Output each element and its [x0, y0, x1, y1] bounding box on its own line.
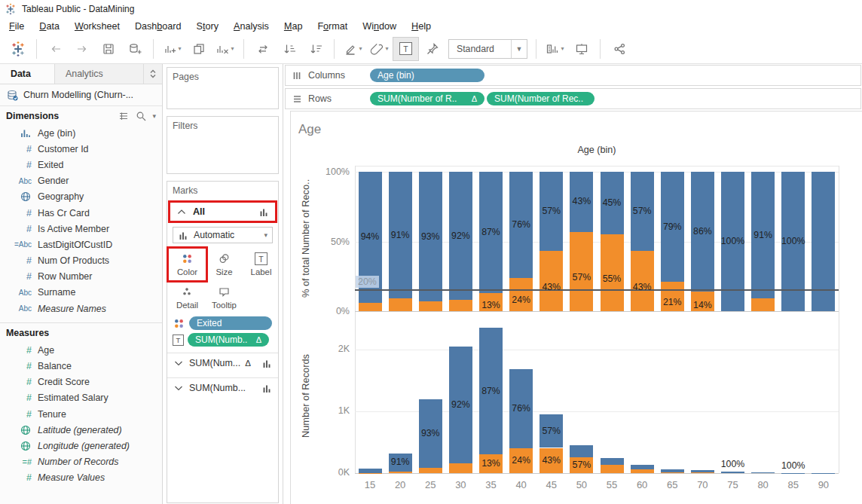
- marks-all-row[interactable]: All: [170, 203, 275, 221]
- tooltip-button[interactable]: Tooltip: [206, 282, 243, 313]
- field-is-active-member[interactable]: #Is Active Member: [0, 221, 162, 237]
- dropdown-caret-icon[interactable]: ▼: [511, 40, 527, 58]
- view-as-list-icon[interactable]: [118, 110, 130, 122]
- field-tenure[interactable]: #Tenure: [0, 406, 162, 422]
- new-worksheet-button[interactable]: ▾: [159, 37, 185, 61]
- filters-shelf[interactable]: Filters: [167, 116, 279, 174]
- pill-sum-numb-[interactable]: SUM(Numb..Δ: [188, 333, 269, 347]
- bar-pct-exited-15[interactable]: [359, 303, 382, 311]
- rows-shelf[interactable]: Rows SUM(Number of R..ΔSUM(Number of Rec…: [285, 88, 861, 109]
- search-icon[interactable]: [135, 110, 147, 122]
- presentation-mode-button[interactable]: [568, 37, 595, 61]
- pill-sum-number-of-r-[interactable]: SUM(Number of R..Δ: [370, 92, 484, 105]
- bar-rec-exited-30[interactable]: [449, 463, 472, 473]
- menu-story[interactable]: Story: [189, 20, 226, 33]
- share-button[interactable]: [606, 37, 632, 61]
- field-number-of-records[interactable]: =#Number of Records: [0, 454, 162, 470]
- menu-dashboard[interactable]: Dashboard: [127, 20, 189, 33]
- menu-format[interactable]: Format: [310, 20, 355, 33]
- menu-window[interactable]: Window: [355, 20, 404, 33]
- bar-rec-notexited-80[interactable]: [751, 472, 775, 473]
- menu-worksheet[interactable]: Worksheet: [67, 20, 127, 33]
- label-button[interactable]: TLabel: [243, 249, 280, 280]
- field-label: Longitude (generated): [38, 441, 130, 451]
- field-balance[interactable]: #Balance: [0, 358, 162, 374]
- clear-sheet-button[interactable]: ▾: [212, 37, 238, 61]
- columns-shelf[interactable]: Columns Age (bin): [285, 65, 861, 86]
- pill-exited[interactable]: Exited: [189, 316, 272, 330]
- field-exited[interactable]: #Exited: [0, 157, 162, 173]
- marks-collapsed-cards: SUM(Num...Δ SUM(Numb...: [167, 353, 278, 398]
- menu-file[interactable]: File: [2, 20, 32, 33]
- redo-button[interactable]: [69, 37, 95, 61]
- bar-rec-exited-15[interactable]: [359, 473, 382, 474]
- field-longitude-generated-[interactable]: Longitude (generated): [0, 438, 162, 454]
- bar-pct-exited-80[interactable]: [751, 298, 775, 311]
- bar-rec-notexited-90[interactable]: [812, 473, 835, 474]
- bar-rec-exited-55[interactable]: [601, 465, 624, 473]
- bar-rec-notexited-55[interactable]: [601, 458, 624, 465]
- field-latitude-generated-[interactable]: Latitude (generated): [0, 422, 162, 438]
- color-legend-icon[interactable]: [173, 317, 185, 330]
- bar-rec-notexited-75[interactable]: [721, 472, 744, 473]
- color-button[interactable]: Color: [169, 249, 206, 280]
- field-lastdigitofcustid[interactable]: =AbcLastDigitOfCustID: [0, 237, 162, 252]
- tab-data[interactable]: Data: [0, 64, 54, 84]
- field-gender[interactable]: AbcGender: [0, 173, 162, 189]
- bar-pct-exited-20[interactable]: [389, 298, 412, 311]
- bar-rec-exited-65[interactable]: [661, 472, 684, 473]
- mark-type-dropdown[interactable]: Automatic ▾: [173, 227, 273, 243]
- field-age[interactable]: #Age: [0, 342, 162, 358]
- datasource-item[interactable]: Churn Modelling (Churn-...: [0, 84, 162, 106]
- field-measure-names[interactable]: AbcMeasure Names: [0, 301, 162, 316]
- pages-shelf[interactable]: Pages: [167, 67, 279, 109]
- field-customer-id[interactable]: #Customer Id: [0, 141, 162, 157]
- field-measure-values[interactable]: #Measure Values: [0, 470, 162, 486]
- field-surname[interactable]: AbcSurname: [0, 285, 162, 301]
- plot-left-axis: [355, 166, 356, 473]
- tableau-logo-button[interactable]: [5, 37, 31, 61]
- field-geography[interactable]: Geography: [0, 189, 162, 205]
- bar-pct-exited-30[interactable]: [449, 300, 472, 311]
- bar-rec-notexited-50[interactable]: [570, 445, 593, 457]
- marks-card-collapsed-sum-num-[interactable]: SUM(Num...Δ: [167, 353, 278, 373]
- menu-analysis[interactable]: Analysis: [226, 20, 277, 33]
- field-age-bin-[interactable]: Age (bin): [0, 125, 162, 141]
- duplicate-sheet-button[interactable]: [185, 37, 212, 61]
- tab-analytics[interactable]: Analytics: [54, 64, 143, 84]
- menu-map[interactable]: Map: [277, 20, 310, 33]
- paperclip-button[interactable]: ▾: [366, 37, 393, 61]
- field-row-number[interactable]: #Row Number: [0, 269, 162, 285]
- pill-sum-number-of-rec-[interactable]: SUM(Number of Rec..: [487, 92, 595, 105]
- add-data-source-button[interactable]: [121, 37, 148, 61]
- field-num-of-products[interactable]: #Num Of Products: [0, 253, 162, 269]
- swap-side-panes-icon[interactable]: [143, 64, 162, 84]
- bar-rec-exited-25[interactable]: [419, 468, 442, 473]
- fix-axes-button[interactable]: [419, 37, 445, 61]
- bar-rec-exited-60[interactable]: [631, 469, 654, 473]
- show-mark-labels-button[interactable]: T: [393, 37, 419, 61]
- bar-rec-notexited-85[interactable]: [781, 473, 805, 474]
- pill-age-bin-[interactable]: Age (bin): [370, 69, 484, 82]
- sort-ascending-button[interactable]: [276, 37, 302, 61]
- bar-pct-exited-25[interactable]: [419, 301, 442, 311]
- dimensions-menu-caret[interactable]: ▾: [152, 112, 156, 120]
- highlight-button[interactable]: ▾: [340, 37, 366, 61]
- size-button[interactable]: Size: [206, 249, 243, 280]
- bar-rec-exited-70[interactable]: [691, 472, 714, 473]
- label-icon[interactable]: T: [173, 334, 184, 346]
- menu-data[interactable]: Data: [32, 20, 67, 33]
- marks-card-collapsed-sum-numb-[interactable]: SUM(Numb...: [167, 377, 278, 398]
- undo-button[interactable]: [42, 37, 69, 61]
- field-has-cr-card[interactable]: #Has Cr Card: [0, 205, 162, 221]
- save-button[interactable]: [95, 37, 121, 61]
- bar-rec-exited-20[interactable]: [389, 472, 412, 473]
- fit-selector-button[interactable]: ▾: [542, 37, 568, 61]
- swap-rows-columns-button[interactable]: [249, 37, 276, 61]
- field-credit-score[interactable]: #Credit Score: [0, 374, 162, 390]
- view-mode-dropdown[interactable]: Standard▼: [448, 39, 527, 59]
- menu-help[interactable]: Help: [404, 20, 439, 33]
- field-estimated-salary[interactable]: #Estimated Salary: [0, 390, 162, 406]
- detail-button[interactable]: Detail: [169, 282, 206, 313]
- sort-descending-button[interactable]: [302, 37, 329, 61]
